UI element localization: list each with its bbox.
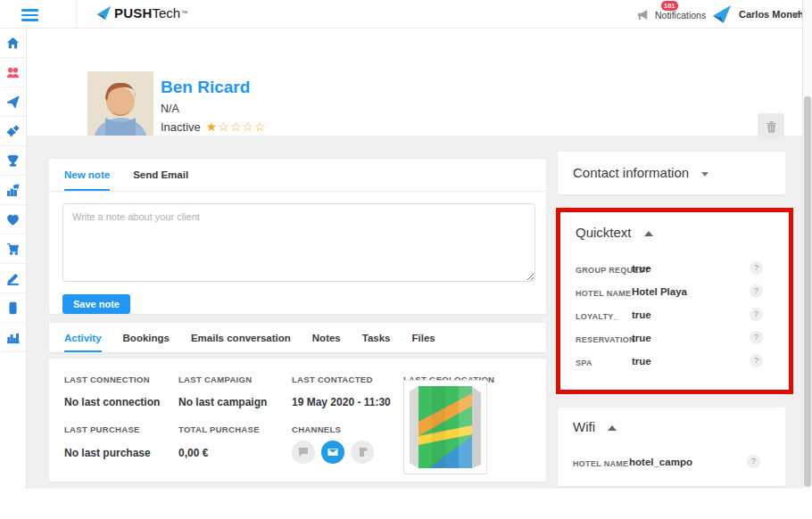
sidebar-item-settings[interactable] xyxy=(0,117,26,146)
vertical-scrollbar[interactable] xyxy=(802,0,812,489)
collapse-chevron-up-icon[interactable] xyxy=(644,231,653,236)
sidebar-item-compose[interactable] xyxy=(0,264,26,293)
field-value: true xyxy=(632,263,651,274)
tab-send-email[interactable]: Send Email xyxy=(133,159,188,191)
pencil-icon xyxy=(6,272,20,285)
sidebar-item-contacts[interactable] xyxy=(0,58,26,87)
notifications-badge: 101 xyxy=(660,0,679,12)
header-divider xyxy=(76,0,77,29)
help-icon[interactable]: ? xyxy=(750,354,763,367)
field-value: true xyxy=(632,309,651,320)
last-connection-label: LAST CONNECTION xyxy=(64,375,150,384)
sidebar-item-loyalty[interactable] xyxy=(0,205,26,235)
email-channel-button[interactable] xyxy=(321,441,344,464)
tab-notes[interactable]: Notes xyxy=(312,325,341,352)
quicktext-label: Quicktext xyxy=(576,225,632,240)
brand-push: PUSH xyxy=(114,5,152,21)
collapse-chevron-down-icon[interactable] xyxy=(701,172,708,177)
pushtech-arrow-icon xyxy=(96,5,112,21)
tab-activity[interactable]: Activity xyxy=(64,325,102,352)
gears-icon xyxy=(6,125,20,138)
tab-new-note[interactable]: New note xyxy=(64,159,110,191)
heart-icon xyxy=(6,213,20,227)
help-icon[interactable]: ? xyxy=(750,284,763,298)
home-icon xyxy=(6,37,20,50)
sidebar-item-mobile[interactable] xyxy=(0,293,26,323)
last-campaign-value: No last campaign xyxy=(178,396,267,408)
rating-stars[interactable]: ★☆☆☆☆ xyxy=(206,119,267,134)
quicktext-title: Quicktext xyxy=(576,225,653,240)
map-icon xyxy=(410,386,481,468)
sidebar-item-home[interactable] xyxy=(0,29,26,58)
help-icon[interactable]: ? xyxy=(747,455,760,468)
top-bar: PUSHTech™ 101 Notifications Carlos Monch… xyxy=(0,0,802,29)
tab-bookings[interactable]: Bookings xyxy=(123,325,170,352)
tab-files[interactable]: Files xyxy=(412,325,435,352)
help-icon[interactable]: ? xyxy=(750,331,763,344)
sidebar-item-analytics[interactable] xyxy=(0,323,26,352)
field-label: LOYALTY_ xyxy=(576,312,618,321)
sidebar-item-commerce[interactable] xyxy=(0,235,26,264)
help-icon[interactable]: ? xyxy=(750,308,763,321)
chart-growth-icon xyxy=(6,184,20,197)
collapse-chevron-up-icon[interactable] xyxy=(608,425,617,431)
last-purchase-label: LAST PURCHASE xyxy=(64,424,140,434)
sidebar-item-performance[interactable] xyxy=(0,176,26,205)
chat-channel-button[interactable] xyxy=(292,441,315,464)
tab-emails-conversation[interactable]: Emails conversation xyxy=(191,325,291,352)
trophy-icon xyxy=(6,154,20,168)
brand-trademark: ™ xyxy=(181,10,187,16)
delete-contact-button[interactable] xyxy=(758,113,784,139)
field-value: true xyxy=(632,356,651,367)
trash-icon xyxy=(766,120,777,133)
bar-chart-icon xyxy=(6,331,20,344)
hamburger-menu-icon[interactable] xyxy=(21,9,38,24)
last-contacted-label: LAST CONTACTED xyxy=(292,375,373,384)
field-label: HOTEL NAME xyxy=(576,289,631,298)
chevron-down-icon xyxy=(792,12,800,17)
avatar xyxy=(87,71,153,137)
chat-bubble-icon xyxy=(298,447,309,457)
contact-information-title: Contact information xyxy=(573,165,708,180)
save-note-button[interactable]: Save note xyxy=(62,294,130,314)
paper-plane-icon xyxy=(6,95,20,109)
status-text: Inactive xyxy=(161,120,201,134)
pushtech-logo[interactable]: PUSHTech™ xyxy=(96,5,187,21)
tab-tasks[interactable]: Tasks xyxy=(362,325,391,352)
mobile-push-icon xyxy=(357,447,368,457)
user-menu[interactable]: Carlos Moncho xyxy=(710,0,800,29)
note-input[interactable] xyxy=(62,203,535,282)
sidebar-item-rewards[interactable] xyxy=(0,146,26,176)
scrollbar-thumb[interactable] xyxy=(804,96,811,487)
wifi-label: Wifi xyxy=(573,419,595,434)
last-campaign-label: LAST CAMPAIGN xyxy=(178,375,252,384)
push-channel-button[interactable] xyxy=(351,441,374,464)
shopping-cart-icon xyxy=(6,243,20,256)
field-label: SPA xyxy=(576,358,592,367)
wifi-panel: Wifi HOTEL NAME hotel_campo ? xyxy=(558,408,785,486)
field-value: Hotel Playa xyxy=(632,286,687,297)
field-value: true xyxy=(632,333,651,343)
field-label: RESERVATION xyxy=(576,335,635,344)
field-label: HOTEL NAME xyxy=(573,459,628,468)
contact-name: Ben Ricard xyxy=(161,78,250,97)
channels-label: CHANNELS xyxy=(292,424,341,434)
brand-tech: Tech xyxy=(152,5,180,21)
users-icon xyxy=(6,66,20,79)
mobile-icon xyxy=(6,301,20,315)
quicktext-panel: Quicktext GROUP REQUEST true ? HOTEL NAM… xyxy=(560,212,789,390)
profile-header: Ben Ricard N/A Inactive★☆☆☆☆ Back xyxy=(27,29,802,136)
field-value: hotel_campo xyxy=(629,457,692,467)
total-purchase-value: 0,00 € xyxy=(178,447,208,459)
last-purchase-value: No last purchase xyxy=(64,447,151,459)
contact-information-label: Contact information xyxy=(573,165,689,180)
geolocation-map[interactable] xyxy=(403,380,487,474)
last-connection-value: No last connection xyxy=(64,396,160,408)
notifications-label: Notifications xyxy=(655,10,706,21)
help-icon[interactable]: ? xyxy=(750,261,763,275)
contact-subtitle: N/A xyxy=(161,103,179,115)
sidebar xyxy=(0,29,27,489)
contact-status: Inactive★☆☆☆☆ xyxy=(161,119,267,134)
sidebar-item-campaigns[interactable] xyxy=(0,87,26,117)
megaphone-icon xyxy=(637,9,650,21)
